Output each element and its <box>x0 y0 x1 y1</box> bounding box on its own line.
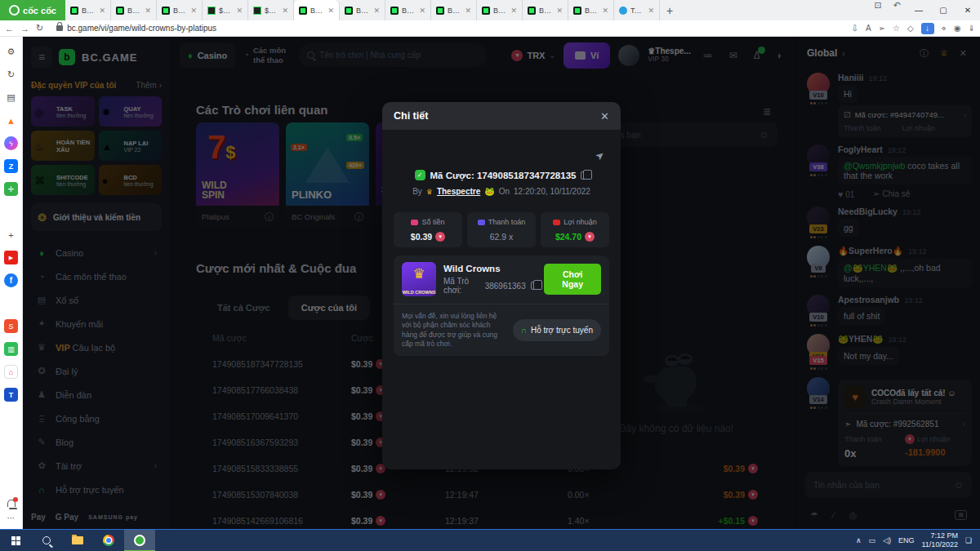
coccoc-clock-icon <box>9 5 20 16</box>
adblock-shield-icon[interactable]: ◇ <box>907 24 914 33</box>
browser-tab[interactable]: BC.Game ✕ <box>385 0 431 20</box>
app-green-icon[interactable]: ▥ <box>4 342 18 356</box>
notifications-bell-icon[interactable] <box>7 500 16 507</box>
window-minimize-button[interactable]: — <box>906 0 931 20</box>
tray-chevron-icon[interactable]: ∧ <box>856 536 862 544</box>
trx-coin-icon: ▼ <box>585 232 595 242</box>
tab-close-icon[interactable]: ✕ <box>327 7 334 15</box>
browser-tab-strip: cốc cốc BC.Game ✕ BC.G ◄) ✕ BC.Game ✕ <box>0 0 980 20</box>
network-icon[interactable]: ▭ <box>869 536 876 544</box>
volume-icon[interactable]: ◁) <box>883 536 891 544</box>
live-support-button[interactable]: ∩Hỗ trợ trực tuyến <box>513 319 601 341</box>
coccoc-button[interactable] <box>124 530 155 551</box>
browser-tab[interactable]: BC.Game ✕ <box>340 0 385 20</box>
recent-tabs-icon[interactable]: ↶ <box>888 0 906 20</box>
settings-icon[interactable]: ⚙ <box>4 45 18 59</box>
tab-close-icon[interactable]: ✕ <box>602 7 608 15</box>
profile-icon[interactable]: ◉ <box>954 24 961 33</box>
facebook-icon[interactable]: f <box>4 273 18 287</box>
hot-trends-icon[interactable]: ▲ <box>4 113 18 127</box>
browser-tab[interactable]: Telegram ✕ <box>614 0 660 20</box>
tab-favicon <box>345 7 353 15</box>
tab-close-icon[interactable]: ✕ <box>190 7 197 15</box>
browser-tab[interactable]: BC.Game ✕ <box>523 0 568 20</box>
add-shortcut-icon[interactable]: + <box>4 228 18 242</box>
divider[interactable] <box>4 205 18 219</box>
browser-tab[interactable]: BC.Game ✕ <box>477 0 523 20</box>
notification-center-icon[interactable]: ❏ <box>965 536 972 544</box>
address-bar[interactable]: bc.game/vi/game/wild-crowns-by-platipus <box>50 24 844 33</box>
tab-search-icon[interactable]: ⊡ <box>869 0 888 20</box>
tab-close-icon[interactable]: ✕ <box>419 7 425 15</box>
forward-icon[interactable]: → <box>20 24 29 33</box>
tab-close-icon[interactable]: ✕ <box>145 7 151 15</box>
bookmark-star-icon[interactable]: ☆ <box>893 24 900 33</box>
game-thumbnail[interactable]: ♛WILD CROWNS <box>402 262 436 296</box>
game-name: Wild Crowns <box>443 264 537 273</box>
tab-favicon <box>299 7 307 15</box>
browser-tab[interactable]: BC.Game ✕ <box>294 0 340 20</box>
new-tab-button[interactable]: + <box>660 4 679 17</box>
browser-tab[interactable]: BC.Game ✕ <box>157 0 203 20</box>
save-page-icon[interactable]: ⇩ <box>851 24 858 33</box>
play-now-button[interactable]: Chơi Ngay <box>544 264 601 295</box>
start-button[interactable] <box>0 530 31 551</box>
tab-close-icon[interactable]: ✕ <box>236 7 243 15</box>
downloads-icon[interactable]: ⇓ <box>969 24 975 33</box>
tiki-icon[interactable]: T <box>4 388 18 402</box>
zalo-icon[interactable]: Z <box>4 159 18 173</box>
window-restore-button[interactable]: ▢ <box>931 0 956 20</box>
window-close-button[interactable]: ✕ <box>956 0 980 20</box>
education-icon[interactable]: ⌂ <box>4 365 18 379</box>
tab-favicon <box>436 7 444 15</box>
shopee-icon[interactable]: S <box>4 319 18 333</box>
tab-close-icon[interactable]: ✕ <box>648 7 654 15</box>
coccoc-browser-logo[interactable]: cốc cốc <box>0 0 65 20</box>
tab-favicon <box>390 7 399 15</box>
stat-icon <box>411 220 418 225</box>
bet-stat: Lợi nhuận $24.70▼ <box>541 212 609 247</box>
download-active-icon[interactable]: ↓ <box>921 23 934 34</box>
chrome-button[interactable] <box>93 530 124 551</box>
sidebar-more-icon[interactable]: ⋯ <box>7 513 16 522</box>
browser-tab[interactable]: BC.Game ✕ <box>65 0 111 20</box>
copy-icon[interactable] <box>531 282 537 290</box>
extensions-icon[interactable]: ⋄ <box>942 24 947 33</box>
tab-close-icon[interactable]: ✕ <box>99 7 105 15</box>
back-icon[interactable]: ← <box>5 24 14 33</box>
support-note: Mọi vấn đề, xin vui lòng liên hệ với bộ … <box>402 312 506 349</box>
translate-icon[interactable]: A <box>866 24 871 33</box>
tab-close-icon[interactable]: ✕ <box>556 7 563 15</box>
modal-close-icon[interactable]: ✕ <box>600 110 609 122</box>
refresh-icon[interactable]: ↻ <box>36 23 43 33</box>
copy-icon[interactable] <box>581 171 588 180</box>
taskbar-clock[interactable]: 7:12 PM 11/10/2022 <box>922 531 958 550</box>
bet-owner-link[interactable]: Thespectre <box>437 187 480 196</box>
messenger-icon[interactable]: ϟ <box>4 136 18 150</box>
reading-list-icon[interactable]: ▤ <box>4 91 18 104</box>
tab-close-icon[interactable]: ✕ <box>373 7 380 15</box>
tab-favicon <box>482 7 490 15</box>
browser-sidebar: ⚙ ↻ ▤ ▲ ϟ Z ✛ + ▶ f S ▥ ⌂ T <box>0 37 23 529</box>
browser-tab[interactable]: $4.000 T ✕ <box>248 0 294 20</box>
browser-tab[interactable]: BC.Game ✕ <box>431 0 477 20</box>
tab-favicon <box>70 7 78 15</box>
games-icon[interactable]: ✛ <box>4 182 18 196</box>
stat-icon <box>478 220 485 225</box>
tab-close-icon[interactable]: ✕ <box>510 7 517 15</box>
bcgame-site: ≡ b BC.GAME Đặc quyền VIP của tôi Thêm ›… <box>23 37 980 529</box>
browser-tab[interactable]: BC.G ◄) ✕ <box>111 0 157 20</box>
browser-tab[interactable]: $4,000 T ✕ <box>203 0 248 20</box>
share-icon[interactable]: ➢ <box>879 24 885 33</box>
language-indicator[interactable]: ENG <box>898 536 915 544</box>
divider[interactable] <box>4 296 18 310</box>
taskbar-search-button[interactable] <box>31 530 62 551</box>
youtube-icon[interactable]: ▶ <box>4 251 18 264</box>
file-explorer-button[interactable] <box>62 530 93 551</box>
url-text: bc.game/vi/game/wild-crowns-by-platipus <box>67 24 216 33</box>
history-icon[interactable]: ↻ <box>4 68 18 82</box>
tab-close-icon[interactable]: ✕ <box>282 7 288 15</box>
browser-tab[interactable]: BC.Game ✕ <box>568 0 614 20</box>
share-icon[interactable]: ➤ <box>593 148 608 163</box>
tab-close-icon[interactable]: ✕ <box>465 7 471 15</box>
